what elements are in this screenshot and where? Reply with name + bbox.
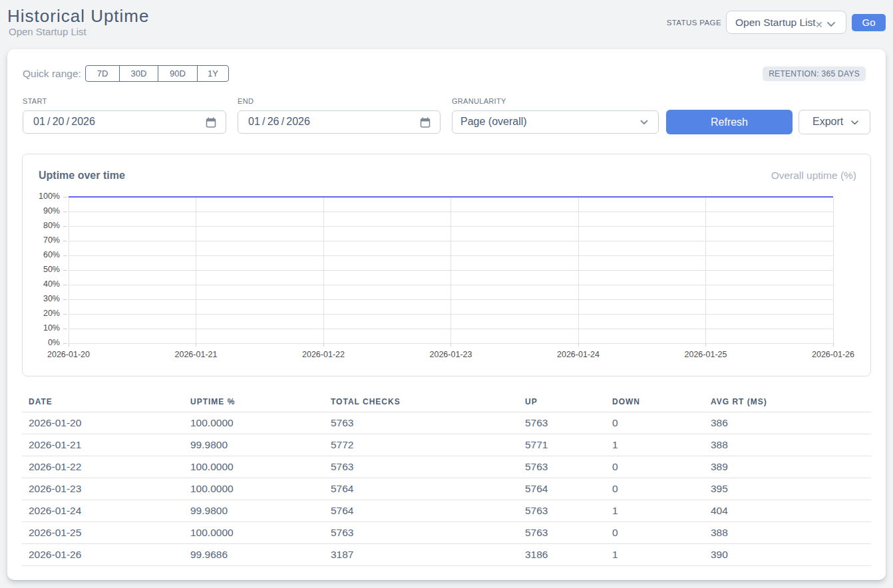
svg-text:80%: 80% xyxy=(43,221,60,230)
svg-text:2026-01-20: 2026-01-20 xyxy=(47,350,90,359)
svg-text:70%: 70% xyxy=(43,235,60,245)
svg-text:2026-01-25: 2026-01-25 xyxy=(685,350,727,359)
svg-text:40%: 40% xyxy=(43,279,60,289)
svg-text:10%: 10% xyxy=(43,323,60,333)
svg-text:2026-01-22: 2026-01-22 xyxy=(302,350,345,359)
svg-text:2026-01-26: 2026-01-26 xyxy=(812,350,854,359)
svg-text:0%: 0% xyxy=(48,338,60,347)
svg-text:100%: 100% xyxy=(39,192,60,201)
svg-text:2026-01-23: 2026-01-23 xyxy=(430,350,472,359)
svg-text:2026-01-21: 2026-01-21 xyxy=(175,350,218,359)
svg-text:2026-01-24: 2026-01-24 xyxy=(557,350,600,359)
svg-text:20%: 20% xyxy=(43,309,60,318)
svg-text:60%: 60% xyxy=(43,250,60,259)
svg-text:50%: 50% xyxy=(43,265,60,274)
svg-text:30%: 30% xyxy=(43,294,60,303)
svg-text:90%: 90% xyxy=(43,206,60,216)
